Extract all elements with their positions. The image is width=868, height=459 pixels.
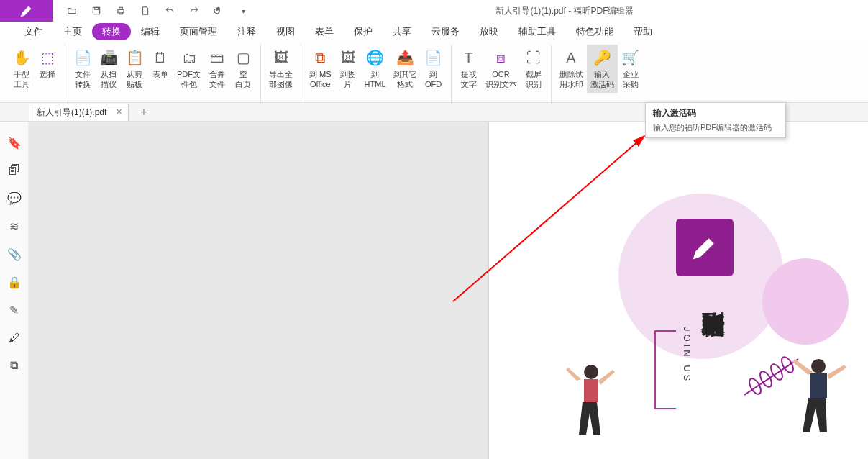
pdf-page: 欢迎来到福昕 JOIN US [489,122,868,459]
to-image-button[interactable]: 🖼到图 片 [335,45,361,93]
close-icon[interactable]: ✕ [116,107,122,117]
file-icon: 📄 [73,47,92,68]
menubar: 文件 主页 转换 编辑 页面管理 注释 视图 表单 保护 共享 云服务 放映 辅… [0,22,868,42]
watermark-icon: A [562,47,580,68]
window-title: 新人引导(1)(1).pdf - 福昕PDF编辑器 [262,5,868,17]
undo-icon[interactable] [164,5,175,17]
attachments-icon[interactable]: 📎 [7,247,22,261]
pen-nib-icon [689,232,721,263]
save-icon[interactable] [91,5,102,17]
screenshot-rec-button[interactable]: ⛶截屏 识别 [521,45,547,93]
ribbon: ✋手型 工具 ⬚选择 📄文件 转换 📠从扫 描仪 📋从剪 贴板 🗒表单 🗂PDF… [0,42,868,103]
tooltip-body: 输入您的福昕PDF编辑器的激活码 [653,122,778,133]
export-image-icon: 🖼 [272,47,291,68]
key-icon: 🔑 [593,47,611,68]
menu-view[interactable]: 视图 [266,23,305,40]
from-scan-button[interactable]: 📠从扫 描仪 [96,45,122,93]
document-area[interactable]: 欢迎来到福昕 JOIN US [29,122,868,459]
comments-icon[interactable]: 💬 [7,191,22,205]
from-clipboard-button[interactable]: 📋从剪 贴板 [122,45,147,93]
ocr-button[interactable]: ⧈OCR 识别文本 [482,45,521,93]
document-tab[interactable]: 新人引导(1)(1).pdf ✕ [29,104,129,121]
svg-point-11 [811,359,826,373]
menu-file[interactable]: 文件 [14,23,53,40]
svg-rect-0 [93,7,99,14]
quick-access-toolbar: ▾ [53,5,262,17]
activation-button[interactable]: 🔑输入 激活码 [587,45,618,93]
enterprise-button[interactable]: 🛒企业 采购 [618,45,644,93]
layers-icon[interactable]: ≋ [9,219,19,233]
menu-home[interactable]: 主页 [53,23,92,40]
to-image-icon: 🖼 [339,47,357,68]
from-form-button[interactable]: 🗒表单 [147,45,173,82]
to-ofd-button[interactable]: 📄到 OFD [421,45,447,93]
menu-play[interactable]: 放映 [470,23,508,40]
menu-convert[interactable]: 转换 [92,23,131,40]
cart-icon: 🛒 [621,47,640,68]
file-convert-button[interactable]: 📄文件 转换 [70,45,96,93]
titlebar: ▾ 新人引导(1)(1).pdf - 福昕PDF编辑器 [0,0,868,22]
screenshot-icon: ⛶ [524,47,543,68]
redo-icon[interactable] [188,5,200,17]
menu-help[interactable]: 帮助 [623,23,662,40]
more-panels-icon[interactable]: ⧉ [10,359,18,372]
svg-rect-3 [119,7,123,9]
menu-a11y[interactable]: 辅助工具 [508,23,566,40]
menu-form[interactable]: 表单 [305,23,344,40]
form-icon: 🗒 [151,47,170,68]
security-icon[interactable]: 🔒 [7,276,22,289]
decoration-circle [762,258,849,345]
menu-pages[interactable]: 页面管理 [170,23,227,40]
pages-icon[interactable]: 🗐 [9,164,20,177]
app-logo[interactable] [0,0,53,22]
to-ms-office-button[interactable]: ⧉到 MS Office [306,45,335,93]
hand-small-icon[interactable] [213,5,224,17]
merge-button[interactable]: 🗃合并 文件 [204,45,230,93]
svg-point-10 [584,365,598,379]
package-icon: 🗂 [180,47,198,68]
blank-page-button[interactable]: ▢空 白页 [230,45,256,93]
select-tool-button[interactable]: ⬚选择 [35,45,60,82]
cursor-icon: ⬚ [38,47,57,68]
menu-edit[interactable]: 编辑 [131,23,170,40]
tooltip-title: 输入激活码 [653,107,778,119]
to-other-icon: 📤 [396,47,414,68]
del-watermark-button[interactable]: A删除试 用水印 [556,45,587,93]
hand-tool-button[interactable]: ✋手型 工具 [9,45,35,93]
chevron-down-icon[interactable]: ▾ [237,5,249,17]
activation-tooltip: 输入激活码 输入您的福昕PDF编辑器的激活码 [645,102,786,138]
menu-special[interactable]: 特色功能 [566,23,623,40]
export-image-button[interactable]: 🖼导出全 部图像 [265,45,296,93]
merge-icon: 🗃 [208,47,227,68]
menu-protect[interactable]: 保护 [344,23,383,40]
logo-badge [676,219,734,276]
to-other-button[interactable]: 📤到其它 格式 [390,45,421,93]
person-illustration-icon [784,352,856,459]
to-html-icon: 🌐 [366,47,385,68]
to-html-button[interactable]: 🌐到 HTML [361,45,390,93]
new-tab-button[interactable]: + [140,106,147,119]
menu-share[interactable]: 共享 [383,23,421,40]
bracket-decoration [654,330,676,409]
signatures-icon[interactable]: ✎ [9,304,19,317]
person-illustration-icon [561,359,626,459]
extract-text-icon: T [460,47,478,68]
scanner-icon: 📠 [99,47,118,68]
extract-text-button[interactable]: T提取 文字 [456,45,482,93]
doc-sub: JOIN US [682,327,693,383]
hand-icon: ✋ [12,47,31,68]
ms-office-icon: ⧉ [311,47,329,68]
menu-annotate[interactable]: 注释 [227,23,266,40]
pdf-package-button[interactable]: 🗂PDF文 件包 [173,45,204,93]
left-sidebar: 🔖 🗐 💬 ≋ 📎 🔒 ✎ 🖊 ⧉ [0,122,29,459]
print-icon[interactable] [115,5,127,17]
workspace: 🔖 🗐 💬 ≋ 📎 🔒 ✎ 🖊 ⧉ 欢迎来到福昕 JOIN US [0,122,868,459]
open-icon[interactable] [66,5,78,17]
ocr-icon: ⧈ [492,47,511,68]
menu-cloud[interactable]: 云服务 [421,23,470,40]
page-icon[interactable] [140,5,151,17]
clipboard-icon: 📋 [125,47,144,68]
bookmark-icon[interactable]: 🔖 [7,136,22,150]
svg-rect-1 [95,7,99,9]
edit-pen-icon[interactable]: 🖊 [9,332,20,345]
